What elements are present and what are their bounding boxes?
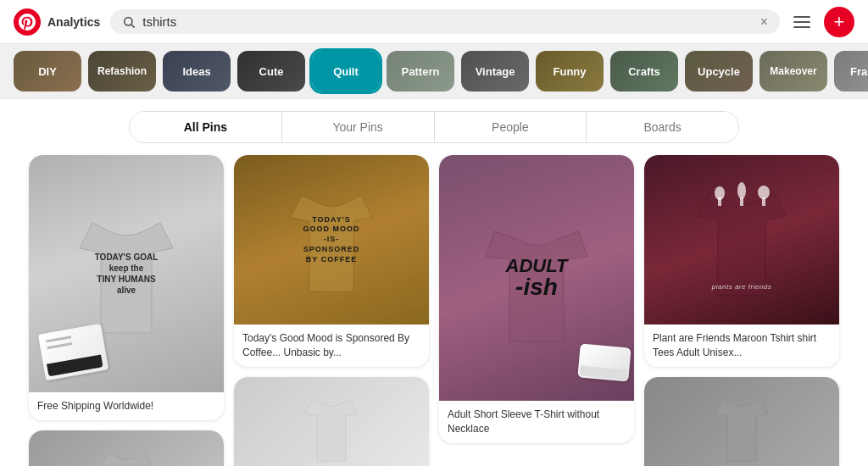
category-label: Cute xyxy=(259,65,284,78)
svg-point-6 xyxy=(737,182,746,199)
svg-point-4 xyxy=(715,186,725,200)
category-ideas[interactable]: Ideas xyxy=(163,51,231,92)
shirt-shape xyxy=(708,390,776,466)
svg-point-8 xyxy=(758,186,770,199)
category-label: Upcycle xyxy=(698,65,740,78)
pin-grid: TODAY'S GOALkeep theTINY HUMANSalive Fre… xyxy=(0,155,868,466)
shoes xyxy=(38,324,108,380)
search-bar: × xyxy=(110,9,780,34)
category-label: Funny xyxy=(554,65,587,78)
pin-image-shirt4: plants are friends xyxy=(644,155,839,325)
filter-tabs-container: All Pins Your Pins People Boards xyxy=(0,111,868,143)
shirt-shape xyxy=(298,390,365,466)
tab-people[interactable]: People xyxy=(435,112,587,142)
hamburger-line xyxy=(793,21,810,23)
category-label: Ideas xyxy=(182,65,210,78)
pin-card[interactable]: TODAY'S GOALkeep theTINY HUMANSalive Fre… xyxy=(29,155,224,420)
pin-image-shirt5 xyxy=(29,430,224,466)
menu-button[interactable] xyxy=(790,13,814,31)
shirt-text: TODAY'S GOALkeep theTINY HUMANSalive xyxy=(95,252,159,296)
svg-point-0 xyxy=(14,8,41,36)
hamburger-line xyxy=(793,26,810,28)
shirt-text-adult: ADULT-ish xyxy=(506,257,568,299)
category-diy[interactable]: DIY xyxy=(14,51,81,92)
category-pattern[interactable]: Pattern xyxy=(387,51,454,92)
logo-area[interactable]: Analytics xyxy=(14,8,100,36)
pin-description: Free Shipping Worldwide! xyxy=(29,392,224,420)
pin-column-3: ADULT-ish Adult Short Sleeve T-Shirt wit… xyxy=(439,155,634,466)
pin-column-1: TODAY'S GOALkeep theTINY HUMANSalive Fre… xyxy=(29,155,224,466)
category-frases[interactable]: Frases xyxy=(834,51,868,92)
tab-your-pins[interactable]: Your Pins xyxy=(282,112,435,142)
filter-tabs: All Pins Your Pins People Boards xyxy=(129,111,739,143)
category-cute[interactable]: Cute xyxy=(237,51,305,92)
pin-card[interactable] xyxy=(234,377,429,466)
pin-description: Plant are Friends Maroon Tshirt shirt Te… xyxy=(644,325,839,367)
pin-image-shirt7 xyxy=(644,377,839,466)
pin-image-shirt3: ADULT-ish xyxy=(439,155,634,401)
pin-description: Adult Short Sleeve T-Shirt without Neckl… xyxy=(439,401,634,443)
pin-image-shirt6 xyxy=(234,377,429,466)
category-label: Refashion xyxy=(97,65,147,77)
shirt-text-plants: plants are friends xyxy=(712,283,771,291)
add-button[interactable]: + xyxy=(824,7,854,37)
shirt-text: TODAY'SGOOD MOOD-IS-SPONSOREDBY COFFEE xyxy=(303,215,360,264)
category-label: DIY xyxy=(38,65,57,78)
pinterest-logo-icon xyxy=(14,8,41,36)
pin-column-4: plants are friends Plant are Friends Mar… xyxy=(644,155,839,466)
category-refashion[interactable]: Refashion xyxy=(88,51,156,92)
clear-icon[interactable]: × xyxy=(760,15,768,29)
category-quilt[interactable]: Quilt xyxy=(312,51,380,92)
pin-image-shirt1: TODAY'S GOALkeep theTINY HUMANSalive xyxy=(29,155,224,392)
category-label: Quilt xyxy=(333,65,359,78)
hamburger-line xyxy=(793,16,810,18)
category-funny[interactable]: Funny xyxy=(536,51,604,92)
search-input[interactable] xyxy=(142,14,753,29)
category-crafts[interactable]: Crafts xyxy=(610,51,678,92)
pin-card[interactable]: plants are friends Plant are Friends Mar… xyxy=(644,155,839,367)
category-label: Frases xyxy=(850,65,868,78)
analytics-label: Analytics xyxy=(47,15,100,29)
pin-description: Today's Good Mood is Sponsored By Coffee… xyxy=(234,325,429,367)
shirt-shape xyxy=(92,443,160,466)
search-icon xyxy=(122,15,136,29)
pin-card[interactable]: TODAY'SGOOD MOOD-IS-SPONSOREDBY COFFEE T… xyxy=(234,155,429,367)
category-makeover[interactable]: Makeover xyxy=(760,51,827,92)
pin-card[interactable] xyxy=(644,377,839,466)
category-upcycle[interactable]: Upcycle xyxy=(685,51,753,92)
pin-card[interactable]: ADULT-ish Adult Short Sleeve T-Shirt wit… xyxy=(439,155,634,443)
category-label: Vintage xyxy=(476,65,515,78)
svg-point-1 xyxy=(125,17,132,25)
tab-all-pins[interactable]: All Pins xyxy=(130,112,282,142)
shoes-white xyxy=(577,343,631,381)
category-label: Pattern xyxy=(402,65,440,78)
pin-card[interactable] xyxy=(29,430,224,466)
category-bar: DIY Refashion Ideas Cute Quilt Pattern V… xyxy=(0,44,868,99)
shirt-plants xyxy=(711,180,772,206)
category-label: Makeover xyxy=(770,65,816,77)
category-label: Crafts xyxy=(628,65,660,78)
tab-boards[interactable]: Boards xyxy=(587,112,738,142)
pin-image-shirt2: TODAY'SGOOD MOOD-IS-SPONSOREDBY COFFEE xyxy=(234,155,429,325)
pin-column-2: TODAY'SGOOD MOOD-IS-SPONSOREDBY COFFEE T… xyxy=(234,155,429,466)
category-vintage[interactable]: Vintage xyxy=(461,51,529,92)
svg-line-2 xyxy=(131,25,135,28)
header: Analytics × + xyxy=(0,0,868,44)
